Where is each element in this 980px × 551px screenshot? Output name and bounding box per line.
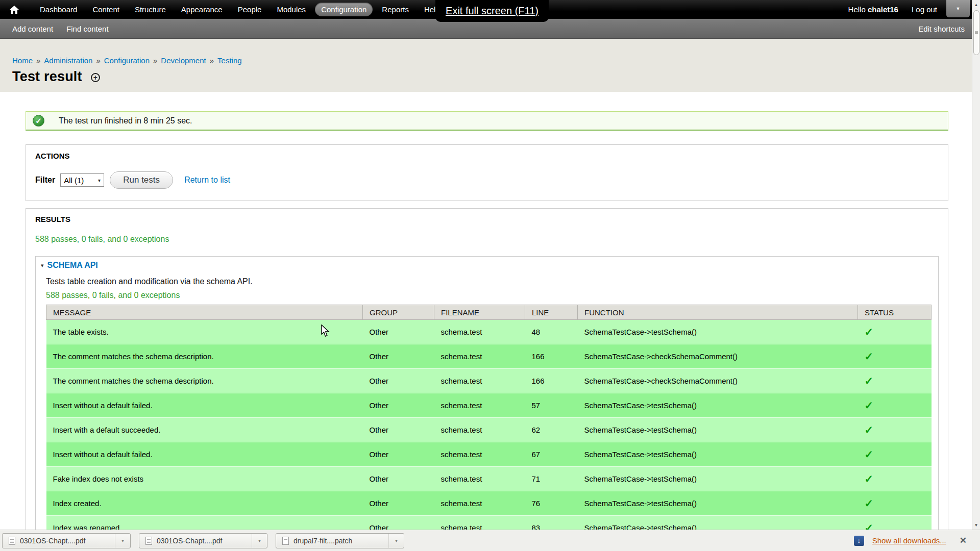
cell-filename: schema.test (434, 320, 525, 344)
table-row: The table exists. Other schema.test 48 S… (46, 320, 932, 344)
breadcrumb-separator: » (210, 56, 214, 65)
cell-message: Insert without a default failed. (46, 393, 363, 418)
cell-filename: schema.test (434, 344, 525, 369)
username-link[interactable]: chalet16 (868, 5, 898, 14)
fullscreen-notice: Exit full screen (F11) (435, 0, 549, 22)
contextual-links-icon[interactable]: + (91, 73, 100, 82)
cell-function: SchemaTestCase->testSchema() (578, 442, 858, 467)
cell-message: The comment matches the schema descripti… (46, 344, 363, 369)
menu-item-people[interactable]: People (232, 3, 268, 16)
cell-filename: schema.test (434, 491, 525, 516)
drupal-test-result-screen: Dashboard Content Structure Appearance P… (0, 0, 980, 551)
breadcrumb-separator: » (153, 56, 157, 65)
filter-select-value: All (1) (64, 176, 84, 185)
table-row: Index created. Other schema.test 76 Sche… (46, 491, 932, 516)
breadcrumb-administration[interactable]: Administration (44, 56, 92, 65)
column-header-status: STATUS (858, 305, 932, 320)
cell-line: 76 (525, 491, 578, 516)
cell-function: SchemaTestCase->testSchema() (578, 467, 858, 491)
menu-item-dashboard[interactable]: Dashboard (34, 3, 83, 16)
chevron-down-icon: ▼ (956, 6, 961, 11)
cell-filename: schema.test (434, 442, 525, 467)
download-caret-icon[interactable]: ▾ (252, 534, 267, 548)
actions-legend: ACTIONS (35, 152, 939, 160)
logout-link[interactable]: Log out (912, 5, 937, 14)
page-title: Test result (12, 69, 82, 85)
column-header-group: GROUP (363, 305, 434, 320)
pass-checkmark-icon: ✓ (858, 418, 932, 442)
pass-checkmark-icon: ✓ (858, 467, 932, 491)
download-caret-icon[interactable]: ▾ (115, 534, 130, 548)
results-legend: RESULTS (35, 215, 939, 223)
shortcut-find-content[interactable]: Find content (66, 24, 109, 33)
scroll-down-icon: ▼ (974, 523, 978, 528)
close-downloads-bar-icon[interactable]: ✕ (960, 535, 967, 546)
edit-shortcuts-link[interactable]: Edit shortcuts (918, 24, 965, 33)
run-tests-button[interactable]: Run tests (110, 171, 173, 189)
cell-message: The comment matches the schema descripti… (46, 369, 363, 393)
vertical-scrollbar[interactable]: ▲ ▼ (972, 0, 980, 530)
pdf-file-icon (9, 537, 15, 545)
shortcut-add-content[interactable]: Add content (12, 24, 53, 33)
results-summary: 588 passes, 0 fails, and 0 exceptions (35, 235, 939, 244)
filter-label: Filter (35, 176, 55, 185)
schema-api-title-link[interactable]: SCHEMA API (47, 261, 98, 270)
schema-api-description: Tests table creation and modification vi… (46, 277, 929, 286)
cell-line: 166 (525, 369, 578, 393)
scroll-up-button[interactable]: ▲ (972, 1, 980, 9)
admin-menu: Dashboard Content Structure Appearance P… (34, 3, 446, 16)
cell-message: Fake index does not exists (46, 467, 363, 491)
cell-group: Other (363, 344, 434, 369)
collapse-arrow-icon: ▾ (41, 262, 44, 269)
cell-function: SchemaTestCase->testSchema() (578, 393, 858, 418)
cell-line: 166 (525, 344, 578, 369)
scroll-down-button[interactable]: ▼ (972, 521, 980, 529)
breadcrumb-configuration[interactable]: Configuration (104, 56, 150, 65)
return-to-list-link[interactable]: Return to list (184, 176, 230, 185)
pass-checkmark-icon: ✓ (858, 393, 932, 418)
menu-item-modules[interactable]: Modules (271, 3, 312, 16)
cell-group: Other (363, 467, 434, 491)
title-row: Test result + (12, 69, 100, 85)
pdf-file-icon (145, 537, 152, 545)
menu-item-content[interactable]: Content (86, 3, 126, 16)
toolbar-right: Hello chalet16 Log out (848, 5, 937, 14)
breadcrumb-testing[interactable]: Testing (217, 56, 242, 65)
download-caret-icon[interactable]: ▾ (388, 534, 404, 548)
cell-function: SchemaTestCase->checkSchemaComment() (578, 344, 858, 369)
cell-message: The table exists. (46, 320, 363, 344)
cell-function: SchemaTestCase->testSchema() (578, 491, 858, 516)
breadcrumb-development[interactable]: Development (161, 56, 206, 65)
column-header-function: FUNCTION (578, 305, 858, 320)
toolbar-toggle-button[interactable]: ▼ (946, 0, 970, 17)
home-icon[interactable] (9, 5, 19, 14)
cell-message: Insert with a default succeeded. (46, 418, 363, 442)
status-message: ✓ The test run finished in 8 min 25 sec. (26, 111, 948, 131)
scroll-up-icon: ▲ (974, 3, 978, 7)
cell-group: Other (363, 491, 434, 516)
download-item-3[interactable]: drupal7-filt....patch ▾ (276, 533, 404, 548)
column-header-message: MESSAGE (46, 305, 363, 320)
download-item-1[interactable]: 0301OS-Chapt....pdf ▾ (2, 533, 131, 548)
schema-api-header[interactable]: ▾ SCHEMA API (41, 261, 929, 270)
status-message-text: The test run finished in 8 min 25 sec. (59, 116, 192, 126)
fullscreen-notice-text: Exit full screen (F11) (446, 5, 538, 17)
breadcrumb-separator: » (96, 56, 100, 65)
scrollbar-thumb[interactable] (973, 10, 979, 55)
cell-message: Index created. (46, 491, 363, 516)
column-header-line: LINE (525, 305, 578, 320)
show-all-downloads-link[interactable]: Show all downloads... (872, 536, 946, 545)
menu-item-appearance[interactable]: Appearance (175, 3, 229, 16)
breadcrumb-home[interactable]: Home (12, 56, 33, 65)
menu-item-configuration[interactable]: Configuration (315, 3, 373, 16)
filter-select[interactable]: All (1) ▾ (60, 173, 104, 187)
pass-checkmark-icon: ✓ (858, 344, 932, 369)
download-item-2[interactable]: 0301OS-Chapt....pdf ▾ (139, 533, 267, 548)
menu-item-structure[interactable]: Structure (129, 3, 172, 16)
page-header: Home»Administration»Configuration»Develo… (0, 39, 980, 92)
cell-filename: schema.test (434, 369, 525, 393)
menu-item-reports[interactable]: Reports (376, 3, 415, 16)
actions-fieldset: ACTIONS Filter All (1) ▾ Run tests Retur… (26, 144, 948, 201)
cell-filename: schema.test (434, 467, 525, 491)
results-table-body: The table exists. Other schema.test 48 S… (46, 320, 932, 540)
